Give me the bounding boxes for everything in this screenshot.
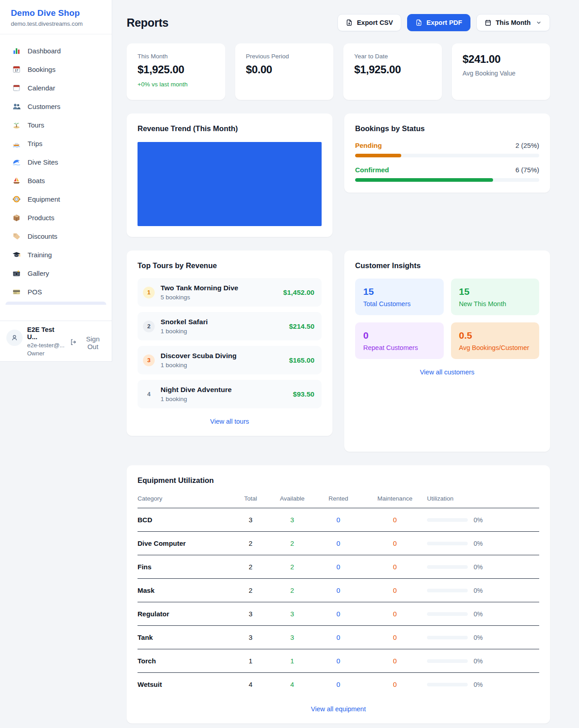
sidebar-item-label: POS [28,288,42,296]
insights-row: Top Tours by Revenue 1 Two Tank Morning … [127,251,550,452]
cell-total: 2 [231,532,271,555]
sidebar-item-label: Gallery [28,269,49,277]
card-title: Customer Insights [355,261,539,270]
sidebar: Demo Dive Shop demo.test.divestreams.com… [0,0,112,362]
revenue-trend-card: Revenue Trend (This Month) [127,113,332,237]
cell-utilization: 0% [427,673,539,696]
cell-category: Tank [138,626,231,649]
export-csv-button[interactable]: Export CSV [337,14,401,31]
sign-out-button[interactable]: Sign Out [70,326,105,350]
sidebar-item-bookings[interactable]: 17 Bookings [0,60,112,79]
stat-value: $1,925.00 [354,63,431,76]
cell-total: 3 [231,508,271,532]
revenue-trend-bar [138,142,322,226]
table-row: Torch 1 1 0 0 0% [138,649,539,673]
sidebar-item-label: Boats [28,177,45,184]
utilization-track [427,636,468,639]
shop-domain: demo.test.divestreams.com [11,20,101,27]
file-download-icon [346,19,353,26]
cell-utilization: 0% [427,649,539,673]
sidebar-header: Demo Dive Shop demo.test.divestreams.com [0,0,112,34]
column-header: Utilization [427,491,539,508]
customer-insights-card: Customer Insights 15 Total Customers 15 … [344,251,550,452]
sailboat-icon [12,176,21,185]
column-header: Maintenance [363,491,427,508]
tile-avg-bookings-customer: 0.5 Avg Bookings/Customer [451,322,540,359]
cell-rented: 0 [314,579,363,602]
equipment-utilization-card: Equipment Utilization Category Total Ava… [127,465,550,723]
sidebar-item-label: Products [28,214,54,222]
stat-card-previous-period: Previous Period $0.00 [235,43,334,100]
user-name: E2E Test U... [27,326,65,340]
insight-tiles: 15 Total Customers 15 New This Month 0 R… [355,279,539,359]
cell-utilization: 0% [427,626,539,649]
sidebar-item-gallery[interactable]: Gallery [0,264,112,283]
tile-value: 15 [459,286,532,297]
graduation-cap-icon [12,251,21,259]
sidebar-item-label: Trips [28,140,43,147]
tile-label: Total Customers [363,300,436,307]
cell-rented: 0 [314,532,363,555]
cell-total: 3 [231,626,271,649]
rank-badge: 2 [143,321,155,332]
shop-name: Demo Dive Shop [11,8,101,18]
utilization-track [427,565,468,569]
rank-badge: 1 [143,287,155,298]
sidebar-item-boats[interactable]: Boats [0,171,112,190]
camera-icon [12,269,21,278]
sidebar-item-training[interactable]: Training [0,246,112,264]
file-download-icon [415,19,422,26]
stat-label: Previous Period [246,53,323,60]
status-label: Pending [355,142,382,149]
sidebar-item-tours[interactable]: Tours [0,116,112,134]
stat-label: This Month [138,53,214,60]
cell-category: BCD [138,508,231,532]
bookings-by-status-card: Bookings by Status Pending 2 (25%) Confi… [344,113,550,193]
sidebar-item-label: Training [28,251,52,259]
period-value: This Month [496,19,531,26]
stat-card-year-to-date: Year to Date $1,925.00 [343,43,442,100]
cell-available: 3 [271,626,314,649]
sidebar-item-reports-active-partial[interactable] [5,302,106,305]
period-dropdown[interactable]: This Month [476,14,550,31]
sidebar-item-discounts[interactable]: Discounts [0,227,112,246]
sidebar-item-dashboard[interactable]: Dashboard [0,42,112,60]
credit-card-icon [12,288,21,296]
view-all-customers-link[interactable]: View all customers [355,369,539,376]
sidebar-item-customers[interactable]: Customers [0,97,112,116]
sidebar-item-label: Discounts [28,232,57,240]
cell-maintenance: 0 [363,508,427,532]
cell-category: Wetsuit [138,673,231,696]
sign-out-icon [70,338,77,347]
tour-list: 1 Two Tank Morning Dive 5 bookings $1,45… [138,278,322,408]
view-all-tours-link[interactable]: View all tours [138,418,322,425]
avatar [6,330,23,346]
sidebar-item-equipment[interactable]: Equipment [0,190,112,208]
view-all-equipment-link[interactable]: View all equipment [138,705,539,713]
cell-total: 4 [231,673,271,696]
card-title: Revenue Trend (This Month) [138,124,322,133]
utilization-track [427,659,468,663]
tour-amount: $214.50 [285,322,314,331]
card-title: Top Tours by Revenue [138,261,322,270]
tag-icon [12,232,21,241]
cell-maintenance: 0 [363,555,427,579]
sidebar-item-calendar[interactable]: Calendar [0,79,112,97]
sidebar-item-dive-sites[interactable]: Dive Sites [0,153,112,171]
sidebar-item-products[interactable]: Products [0,208,112,227]
sidebar-item-pos[interactable]: POS [0,283,112,301]
wave-icon [12,158,21,166]
export-pdf-button[interactable]: Export PDF [407,14,470,31]
table-row: Tank 3 3 0 0 0% [138,626,539,649]
cell-total: 3 [231,602,271,626]
table-header-row: Category Total Available Rented Maintena… [138,491,539,508]
chevron-down-icon [536,19,542,26]
sidebar-item-label: Calendar [28,84,55,92]
cell-available: 2 [271,555,314,579]
sidebar-item-trips[interactable]: Trips [0,134,112,153]
cell-available: 4 [271,673,314,696]
status-value: 6 (75%) [515,166,539,174]
sidebar-item-label: Customers [28,103,61,110]
cell-maintenance: 0 [363,673,427,696]
column-header: Rented [314,491,363,508]
